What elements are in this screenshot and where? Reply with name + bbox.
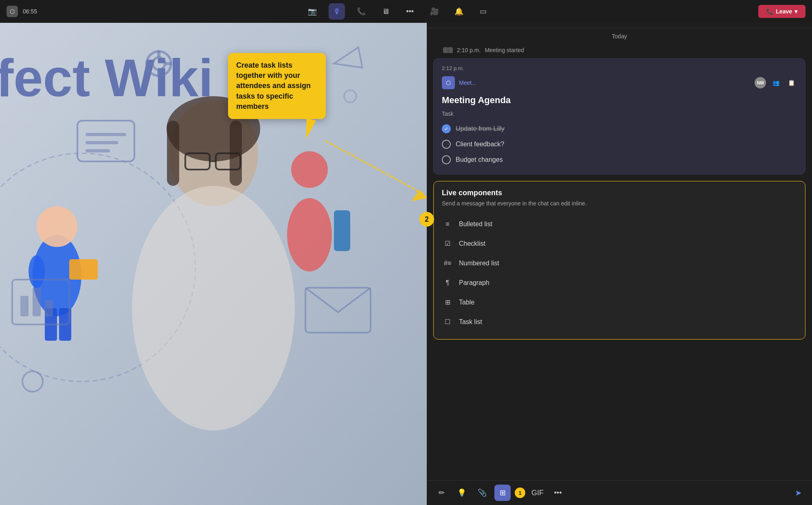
- top-bar-right: 📞 Leave ▾: [758, 5, 805, 18]
- svg-point-28: [287, 198, 332, 271]
- svg-rect-16: [86, 141, 118, 144]
- camera-btn[interactable]: 📷: [304, 3, 320, 20]
- meeting-start-label: Meeting started: [485, 47, 524, 53]
- card-time: 2:12 p.m.: [442, 65, 797, 71]
- bell-btn[interactable]: 🔔: [451, 3, 467, 20]
- phone-btn[interactable]: 📞: [353, 3, 369, 20]
- bottom-toolbar: ✏ 💡 📎 ⊞ 1 GIF ••• ➤: [427, 480, 812, 505]
- timer: 06:55: [23, 8, 37, 15]
- live-option-tasklist[interactable]: ☐ Task list: [442, 312, 797, 332]
- svg-rect-13: [165, 62, 172, 65]
- more-options-button[interactable]: •••: [550, 485, 566, 501]
- bulleted-list-icon: ≡: [442, 218, 453, 230]
- task-header: Task: [442, 110, 797, 117]
- checklist-icon: ☑: [442, 238, 453, 249]
- live-option-numbered[interactable]: #≡ Numbered list: [442, 254, 797, 273]
- top-bar: ⬡ 06:55 📷 🎙 📞 🖥 ••• 🎥 🔔 ▭ 📞 Leave ▾: [0, 0, 812, 23]
- gif-button[interactable]: GIF: [529, 485, 546, 501]
- live-components-subtitle: Send a message that everyone in the chat…: [442, 200, 797, 208]
- svg-rect-12: [146, 62, 152, 65]
- table-label: Table: [459, 299, 474, 306]
- edit-button[interactable]: ✏: [433, 485, 450, 501]
- svg-rect-11: [157, 70, 160, 77]
- svg-point-27: [291, 151, 328, 188]
- tooltip-text: Create task lists together with your att…: [236, 61, 311, 110]
- screen-share-btn[interactable]: 🖥: [377, 3, 394, 20]
- send-button[interactable]: ➤: [791, 485, 805, 500]
- numbered-list-icon: #≡: [442, 258, 453, 269]
- live-option-table[interactable]: ⊞ Table: [442, 293, 797, 312]
- paragraph-label: Paragraph: [459, 279, 489, 287]
- video-area: fect Wiki: [0, 0, 427, 505]
- svg-rect-34: [45, 300, 53, 316]
- task-text-1: Client feedback?: [456, 141, 504, 148]
- chat-area[interactable]: Today 🎥 2:10 p.m. Meeting started 2:12 p…: [427, 28, 812, 480]
- svg-point-3: [37, 206, 77, 247]
- more-btn[interactable]: •••: [402, 3, 418, 20]
- task-list-label: Task list: [459, 318, 482, 326]
- count-badge[interactable]: 1: [515, 487, 525, 498]
- svg-rect-10: [157, 51, 160, 57]
- today-separator: Today: [433, 28, 805, 44]
- svg-rect-17: [86, 149, 110, 152]
- meeting-icon: 🎥: [443, 47, 453, 53]
- grid-button[interactable]: ⊞: [494, 485, 511, 501]
- task-checkbox-0[interactable]: ✓: [442, 124, 451, 133]
- svg-point-5: [29, 255, 45, 288]
- svg-rect-29: [334, 210, 350, 251]
- card-header-row: ⬡ Meet... NM 👥 📋: [442, 76, 797, 89]
- live-option-checklist[interactable]: ☑ Checklist: [442, 234, 797, 254]
- videocam-btn[interactable]: 🎥: [426, 3, 443, 20]
- live-option-paragraph[interactable]: ¶ Paragraph: [442, 273, 797, 293]
- table-icon: ⊞: [442, 297, 453, 308]
- task-list-icon: ☐: [442, 316, 453, 328]
- task-text-0: Update from Lilly: [456, 125, 505, 132]
- app-icon: ⬡: [7, 6, 18, 17]
- svg-rect-32: [20, 296, 29, 316]
- card-copy-btn[interactable]: 📋: [786, 77, 797, 88]
- agenda-card: 2:12 p.m. ⬡ Meet... NM 👥 📋 Meeting Agend…: [433, 58, 805, 174]
- card-app-icon: ⬡: [442, 76, 455, 89]
- live-components-title: Live components: [442, 189, 797, 197]
- svg-point-20: [132, 186, 295, 430]
- task-item-0[interactable]: ✓ Update from Lilly: [442, 121, 797, 137]
- mic-btn[interactable]: 🎙: [329, 3, 345, 20]
- leave-button[interactable]: 📞 Leave ▾: [758, 5, 805, 18]
- video-content: fect Wiki: [0, 23, 427, 505]
- card-share-btn[interactable]: 👥: [770, 77, 781, 88]
- right-panel: Meeting chat ✕ Today 🎥 2:10 p.m. Meeting…: [427, 0, 812, 505]
- view-btn[interactable]: ▭: [475, 3, 492, 20]
- live-option-bulleted[interactable]: ≡ Bulleted list: [442, 214, 797, 234]
- bulleted-list-label: Bulleted list: [459, 221, 492, 228]
- top-bar-left: ⬡ 06:55: [7, 6, 37, 17]
- tooltip-bubble: Create task lists together with your att…: [228, 53, 326, 119]
- numbered-list-label: Numbered list: [459, 260, 499, 267]
- svg-text:fect Wiki: fect Wiki: [0, 48, 213, 108]
- task-checkbox-2[interactable]: [442, 155, 451, 164]
- illustration-background: fect Wiki: [0, 23, 427, 505]
- agenda-title: Meeting Agenda: [442, 95, 797, 106]
- top-bar-center: 📷 🎙 📞 🖥 ••• 🎥 🔔 ▭: [37, 3, 758, 20]
- task-text-2: Budget changes: [456, 156, 503, 163]
- card-avatar: NM: [755, 77, 766, 88]
- task-checkbox-1[interactable]: [442, 140, 451, 149]
- paragraph-icon: ¶: [442, 277, 453, 289]
- svg-rect-4: [69, 259, 98, 280]
- svg-rect-33: [33, 288, 41, 316]
- live-components-panel: Live components Send a message that ever…: [433, 181, 805, 340]
- lightbulb-button[interactable]: 💡: [454, 485, 470, 501]
- card-app-name: Meet...: [459, 79, 751, 86]
- meeting-started-row: 🎥 2:10 p.m. Meeting started: [433, 44, 805, 58]
- task-item-2[interactable]: Budget changes: [442, 152, 797, 168]
- attach-button[interactable]: 📎: [474, 485, 490, 501]
- svg-rect-22: [167, 121, 179, 186]
- number-badge-2: 2: [419, 212, 434, 227]
- task-item-1[interactable]: Client feedback?: [442, 137, 797, 152]
- svg-rect-15: [86, 133, 126, 136]
- checklist-label: Checklist: [459, 240, 485, 247]
- meeting-start-time: 2:10 p.m.: [457, 47, 481, 53]
